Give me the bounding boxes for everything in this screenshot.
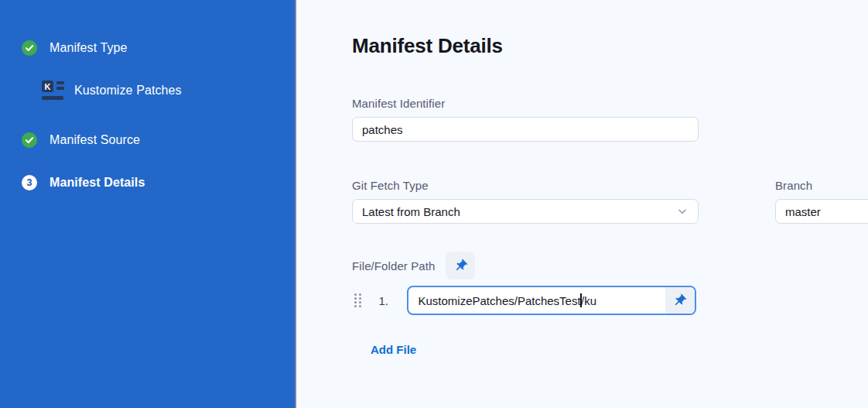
check-circle-icon (22, 132, 37, 148)
git-fetch-type-value: Latest from Branch (362, 205, 676, 218)
file-folder-path-header: File/Folder Path (352, 252, 868, 279)
fetch-branch-row: Git Fetch Type Latest from Branch Branch (352, 179, 868, 224)
runtime-input-pin-button[interactable] (446, 252, 475, 279)
pin-icon (672, 293, 687, 308)
file-folder-path-label: File/Folder Path (352, 259, 435, 273)
substep-label: Kustomize Patches (74, 84, 182, 98)
step-manifest-source[interactable]: Manifest Source (22, 132, 140, 148)
manifest-details-form: Manifest Identifier Git Fetch Type Lates… (352, 97, 868, 357)
kustomize-patches-icon: K (42, 81, 64, 100)
branch-input[interactable] (775, 199, 868, 224)
add-file-button[interactable]: Add File (371, 343, 416, 356)
step-label: Manifest Type (50, 41, 128, 55)
chevron-down-icon (676, 205, 689, 218)
page-title: Manifest Details (352, 34, 868, 58)
field-pin-button[interactable] (665, 287, 695, 314)
check-circle-icon (22, 40, 37, 56)
pin-icon (453, 259, 468, 273)
branch-group: Branch (775, 179, 868, 224)
manifest-identifier-label: Manifest Identifier (352, 97, 868, 110)
step-manifest-details[interactable]: 3 Manifest Details (22, 175, 145, 190)
wizard-stepper-sidebar: Manifest Type K Kustomize Patches Manife… (0, 0, 296, 408)
manifest-identifier-input[interactable] (352, 117, 699, 142)
manifest-details-panel: Manifest Details Manifest Identifier Git… (298, 0, 868, 408)
substep-kustomize-patches[interactable]: K Kustomize Patches (42, 81, 182, 100)
manifest-identifier-group: Manifest Identifier (352, 97, 868, 142)
manifest-wizard-dialog: Manifest Type K Kustomize Patches Manife… (0, 0, 868, 408)
git-fetch-type-select[interactable]: Latest from Branch (352, 199, 699, 224)
step-label: Manifest Details (50, 176, 145, 190)
step-manifest-type[interactable]: Manifest Type (22, 40, 128, 56)
drag-handle-icon[interactable] (354, 293, 361, 307)
step-number-badge: 3 (22, 175, 37, 190)
git-fetch-type-label: Git Fetch Type (352, 179, 699, 192)
branch-label: Branch (775, 179, 868, 192)
step-label: Manifest Source (50, 133, 140, 147)
file-path-input[interactable]: KustomizePatches/PatchesTest/ku (407, 286, 696, 315)
file-path-row: 1. KustomizePatches/PatchesTest/ku (352, 286, 868, 315)
git-fetch-type-group: Git Fetch Type Latest from Branch (352, 179, 699, 224)
file-path-row-index: 1. (379, 294, 395, 307)
file-path-value: KustomizePatches/PatchesTest/ku (408, 287, 665, 314)
